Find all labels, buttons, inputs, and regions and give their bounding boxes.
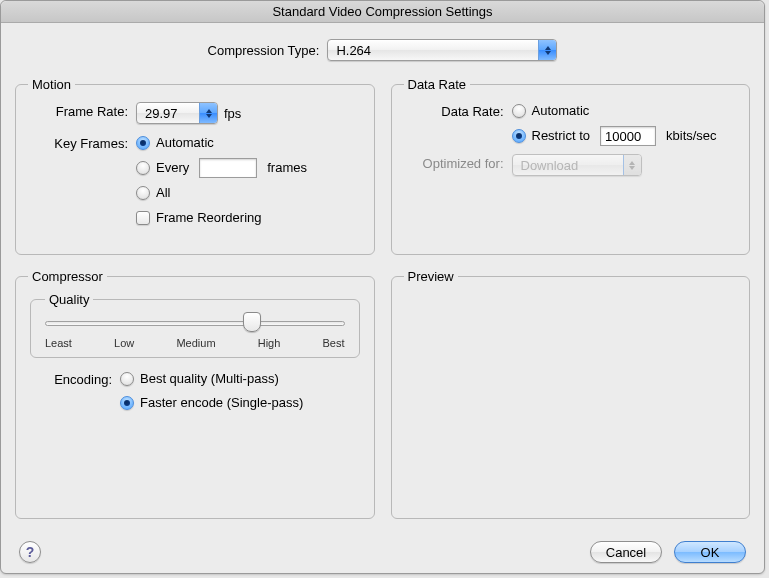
optimized-for-row: Optimized for: Download: [404, 154, 738, 176]
checkbox-icon: [136, 211, 150, 225]
frame-rate-unit: fps: [224, 106, 241, 121]
optimized-for-label: Optimized for:: [404, 154, 504, 171]
left-column: Motion Frame Rate: 29.97 fps Key Frame: [15, 77, 375, 519]
compression-type-popup[interactable]: H.264: [327, 39, 557, 61]
data-rate-legend: Data Rate: [404, 77, 471, 92]
data-rate-group: Data Rate Data Rate: Automatic Restrict …: [391, 77, 751, 255]
radio-icon: [136, 161, 150, 175]
tick-least: Least: [45, 337, 72, 349]
frame-rate-label: Frame Rate:: [28, 102, 128, 119]
key-frames-row: Key Frames: Automatic Every frames: [28, 134, 362, 202]
preview-group: Preview: [391, 269, 751, 519]
compression-type-label: Compression Type:: [208, 43, 320, 58]
tick-high: High: [258, 337, 281, 349]
encoding-faster-encode-label: Faster encode (Single-pass): [140, 394, 303, 412]
quality-slider[interactable]: [45, 317, 345, 329]
radio-icon: [120, 396, 134, 410]
content-area: Compression Type: H.264 Motion Frame Rat…: [1, 23, 764, 519]
data-rate-row: Data Rate: Automatic Restrict to kbits/s…: [404, 102, 738, 146]
compressor-legend: Compressor: [28, 269, 107, 284]
tick-best: Best: [322, 337, 344, 349]
help-button[interactable]: ?: [19, 541, 41, 563]
compression-type-row: Compression Type: H.264: [15, 39, 750, 61]
data-rate-automatic-label: Automatic: [532, 102, 590, 120]
radio-icon: [136, 186, 150, 200]
keyframes-automatic-label: Automatic: [156, 134, 214, 152]
keyframes-automatic-radio[interactable]: Automatic: [136, 134, 307, 152]
frame-rate-popup[interactable]: 29.97: [136, 102, 218, 124]
data-rate-restrict-label: Restrict to: [532, 127, 591, 145]
footer: ? Cancel OK: [1, 541, 764, 563]
slider-track: [45, 321, 345, 326]
preview-legend: Preview: [404, 269, 458, 284]
frame-reordering-label: Frame Reordering: [156, 210, 262, 225]
data-rate-automatic-radio[interactable]: Automatic: [512, 102, 717, 120]
ok-button[interactable]: OK: [674, 541, 746, 563]
keyframes-all-label: All: [156, 184, 170, 202]
data-rate-restrict-radio[interactable]: Restrict to kbits/sec: [512, 126, 717, 146]
radio-icon: [120, 372, 134, 386]
data-rate-restrict-unit: kbits/sec: [666, 127, 717, 145]
radio-icon: [512, 104, 526, 118]
data-rate-restrict-input[interactable]: [600, 126, 656, 146]
tick-medium: Medium: [176, 337, 215, 349]
slider-thumb[interactable]: [243, 312, 261, 332]
keyframes-every-label: Every: [156, 159, 189, 177]
compressor-group: Compressor Quality Least Low Medium High: [15, 269, 375, 519]
keyframes-every-unit: frames: [267, 159, 307, 177]
key-frames-label: Key Frames:: [28, 134, 128, 151]
motion-legend: Motion: [28, 77, 75, 92]
encoding-faster-encode-radio[interactable]: Faster encode (Single-pass): [120, 394, 303, 412]
tick-low: Low: [114, 337, 134, 349]
updown-icon: [199, 103, 217, 123]
cancel-button[interactable]: Cancel: [590, 541, 662, 563]
optimized-for-value: Download: [521, 158, 623, 173]
quality-ticks: Least Low Medium High Best: [45, 337, 345, 349]
frame-rate-value: 29.97: [145, 106, 199, 121]
window-title: Standard Video Compression Settings: [1, 1, 764, 23]
quality-box: Quality Least Low Medium High Best: [30, 292, 360, 358]
quality-legend: Quality: [45, 292, 93, 307]
compression-type-value: H.264: [336, 43, 538, 58]
encoding-best-quality-label: Best quality (Multi-pass): [140, 370, 279, 388]
right-column: Data Rate Data Rate: Automatic Restrict …: [391, 77, 751, 519]
keyframes-every-input[interactable]: [199, 158, 257, 178]
frame-reordering-row: Frame Reordering: [28, 210, 362, 225]
encoding-best-quality-radio[interactable]: Best quality (Multi-pass): [120, 370, 303, 388]
dialog-window: Standard Video Compression Settings Comp…: [0, 0, 765, 574]
radio-icon: [136, 136, 150, 150]
updown-icon: [538, 40, 556, 60]
frame-reordering-checkbox[interactable]: Frame Reordering: [136, 210, 262, 225]
encoding-label: Encoding:: [28, 370, 112, 387]
optimized-for-popup: Download: [512, 154, 642, 176]
keyframes-all-radio[interactable]: All: [136, 184, 307, 202]
encoding-row: Encoding: Best quality (Multi-pass) Fast…: [28, 370, 362, 412]
motion-group: Motion Frame Rate: 29.97 fps Key Frame: [15, 77, 375, 255]
updown-icon: [623, 155, 641, 175]
radio-icon: [512, 129, 526, 143]
data-rate-label: Data Rate:: [404, 102, 504, 119]
frame-rate-row: Frame Rate: 29.97 fps: [28, 102, 362, 124]
keyframes-every-radio[interactable]: Every frames: [136, 158, 307, 178]
help-icon: ?: [26, 544, 35, 560]
